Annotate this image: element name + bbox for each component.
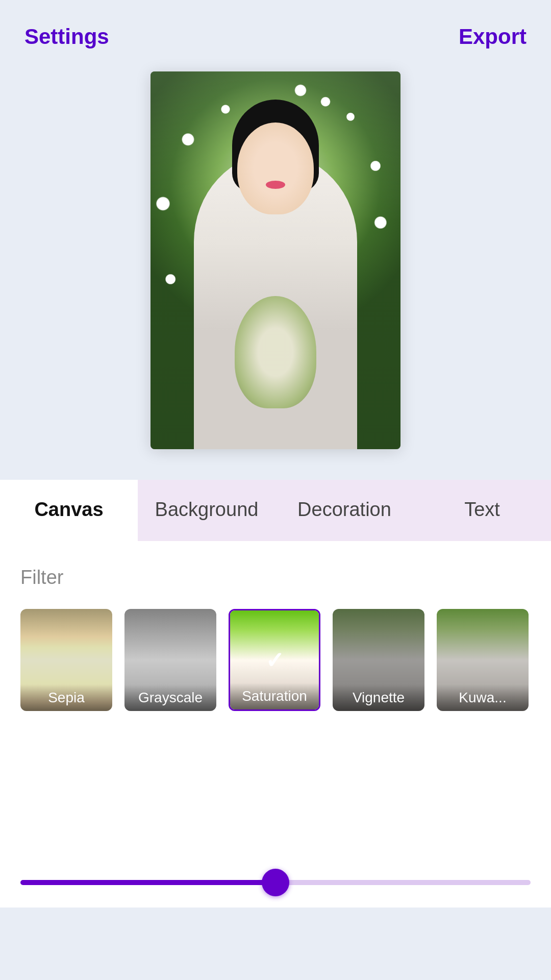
settings-button[interactable]: Settings bbox=[24, 24, 109, 49]
photo-frame[interactable] bbox=[151, 71, 400, 449]
export-button[interactable]: Export bbox=[459, 24, 527, 49]
content-area: Filter Sepia Grayscale ✓ Saturation bbox=[0, 541, 551, 847]
tab-text[interactable]: Text bbox=[413, 480, 551, 541]
tab-decoration[interactable]: Decoration bbox=[276, 480, 413, 541]
image-preview-area bbox=[0, 61, 551, 480]
filter-thumb-kuwa: Kuwa... bbox=[437, 609, 529, 711]
filter-label-kuwa: Kuwa... bbox=[437, 684, 529, 711]
tabs-container: Canvas Background Decoration Text bbox=[0, 480, 551, 541]
filter-label-vignette: Vignette bbox=[333, 684, 424, 711]
lips bbox=[266, 181, 285, 189]
filter-row: Sepia Grayscale ✓ Saturation Vignette bbox=[20, 609, 531, 711]
filter-item-grayscale[interactable]: Grayscale bbox=[124, 609, 216, 711]
filter-item-kuwa[interactable]: Kuwa... bbox=[437, 609, 529, 711]
filter-intensity-slider[interactable] bbox=[20, 880, 531, 885]
filter-item-sepia[interactable]: Sepia bbox=[20, 609, 112, 711]
header: Settings Export bbox=[0, 0, 551, 61]
bouquet bbox=[235, 296, 316, 408]
tab-background[interactable]: Background bbox=[138, 480, 276, 541]
filter-item-vignette[interactable]: Vignette bbox=[333, 609, 424, 711]
slider-container bbox=[0, 847, 551, 908]
filter-label-saturation: Saturation bbox=[230, 683, 319, 709]
filter-thumb-vignette: Vignette bbox=[333, 609, 424, 711]
face-layer bbox=[237, 122, 314, 214]
filter-check-saturation: ✓ bbox=[265, 647, 284, 673]
filter-label-grayscale: Grayscale bbox=[124, 684, 216, 711]
filter-thumb-sepia: Sepia bbox=[20, 609, 112, 711]
tab-canvas[interactable]: Canvas bbox=[0, 480, 138, 541]
filter-thumb-saturation: ✓ Saturation bbox=[230, 610, 319, 709]
filter-thumb-grayscale: Grayscale bbox=[124, 609, 216, 711]
filter-section-label: Filter bbox=[20, 567, 531, 589]
filter-item-saturation[interactable]: ✓ Saturation bbox=[229, 609, 320, 711]
photo-inner bbox=[151, 71, 400, 449]
filter-label-sepia: Sepia bbox=[20, 684, 112, 711]
